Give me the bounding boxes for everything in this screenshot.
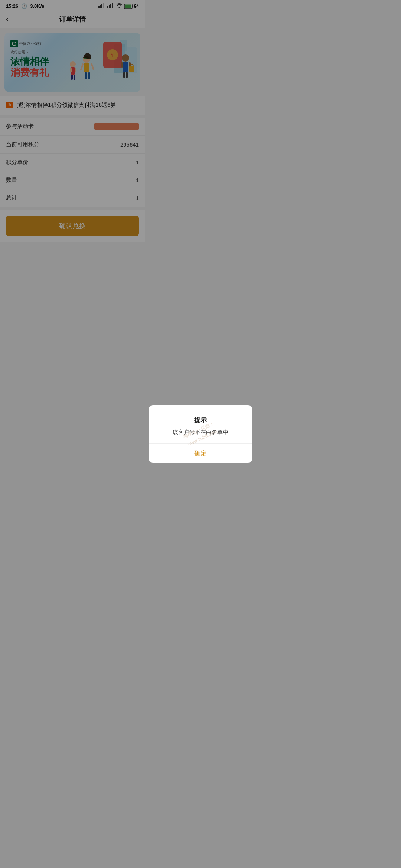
modal-overlay: 撸羊毛一起赚！ www.zub8.com 提示 该客户号不在白名单中 确定 bbox=[0, 0, 145, 313]
